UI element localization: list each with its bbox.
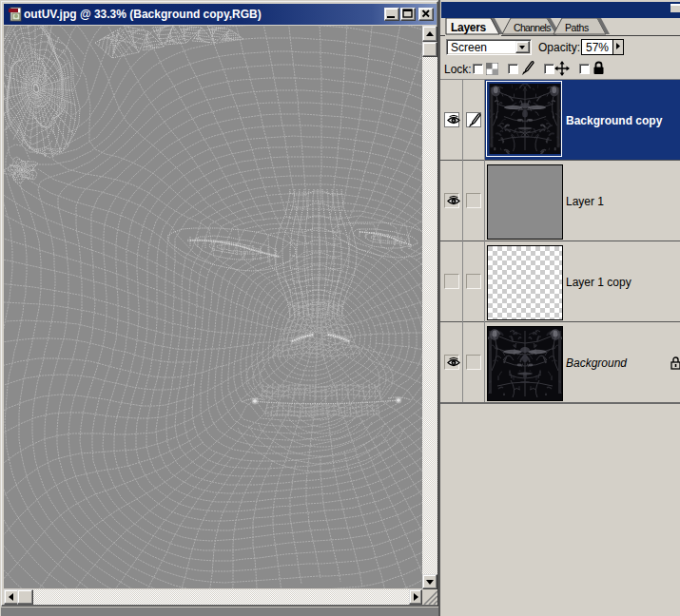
svg-text:Channels: Channels: [514, 22, 551, 33]
svg-text:Paths: Paths: [565, 22, 589, 33]
svg-text:Layers: Layers: [451, 21, 487, 34]
